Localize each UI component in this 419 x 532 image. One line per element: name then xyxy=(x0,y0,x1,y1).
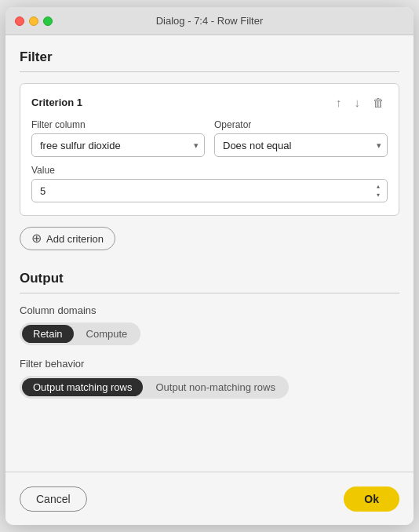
minimize-button[interactable] xyxy=(29,16,38,26)
filter-column-select-wrapper: free sulfur dioxide ▾ xyxy=(31,133,205,157)
output-divider xyxy=(20,293,399,293)
operator-label: Operator xyxy=(214,119,388,130)
filter-column-group: Filter column free sulfur dioxide ▾ xyxy=(31,119,205,157)
criterion-actions: ↑ ↓ 🗑 xyxy=(333,95,388,110)
criterion-header: Criterion 1 ↑ ↓ 🗑 xyxy=(31,95,388,110)
output-section: Output Column domains Retain Compute Fil… xyxy=(20,271,399,411)
main-content: Filter Criterion 1 ↑ ↓ 🗑 Filter column xyxy=(5,35,414,472)
window-title: Dialog - 7:4 - Row Filter xyxy=(156,15,264,27)
filter-column-select[interactable]: free sulfur dioxide xyxy=(31,133,205,157)
operator-select-wrapper: Does not equal ▾ xyxy=(214,133,388,157)
value-spinner: ▴ ▾ xyxy=(372,183,384,199)
criterion-move-up-button[interactable]: ↑ xyxy=(333,95,345,110)
maximize-button[interactable] xyxy=(43,16,53,26)
cancel-button[interactable]: Cancel xyxy=(20,486,87,512)
value-field-group: Value ▴ ▾ xyxy=(31,165,388,202)
filter-section: Filter Criterion 1 ↑ ↓ 🗑 Filter column xyxy=(20,49,399,266)
dialog-footer: Cancel Ok xyxy=(5,472,414,525)
filter-column-label: Filter column xyxy=(31,119,205,130)
traffic-lights xyxy=(15,16,53,26)
filter-behavior-subsection: Filter behavior Output matching rows Out… xyxy=(20,358,399,399)
value-spinner-down-button[interactable]: ▾ xyxy=(372,191,384,199)
filter-behavior-label: Filter behavior xyxy=(20,358,399,370)
compute-option[interactable]: Compute xyxy=(75,325,139,343)
filter-behavior-toggle-group: Output matching rows Output non-matching… xyxy=(20,376,289,399)
value-spinner-up-button[interactable]: ▴ xyxy=(372,183,384,191)
output-nonmatching-option[interactable]: Output non-matching rows xyxy=(144,378,286,396)
criterion-delete-button[interactable]: 🗑 xyxy=(370,95,388,110)
ok-button[interactable]: Ok xyxy=(344,486,399,512)
filter-section-title: Filter xyxy=(20,49,399,65)
close-button[interactable] xyxy=(15,16,24,26)
column-domains-toggle-group: Retain Compute xyxy=(20,322,140,345)
titlebar: Dialog - 7:4 - Row Filter xyxy=(5,7,414,35)
column-domains-subsection: Column domains Retain Compute xyxy=(20,304,399,345)
column-domains-label: Column domains xyxy=(20,304,399,316)
output-matching-option[interactable]: Output matching rows xyxy=(22,378,143,396)
filter-divider xyxy=(20,71,399,72)
criterion-label: Criterion 1 xyxy=(31,97,82,108)
add-criterion-button[interactable]: ⊕ Add criterion xyxy=(20,227,115,250)
filter-column-operator-row: Filter column free sulfur dioxide ▾ Oper… xyxy=(31,119,388,157)
dialog-window: Dialog - 7:4 - Row Filter Filter Criteri… xyxy=(5,7,414,525)
value-input[interactable] xyxy=(31,179,388,202)
value-input-wrapper: ▴ ▾ xyxy=(31,179,388,202)
add-criterion-label: Add criterion xyxy=(46,233,104,245)
retain-option[interactable]: Retain xyxy=(22,325,74,343)
operator-group: Operator Does not equal ▾ xyxy=(214,119,388,157)
add-criterion-icon: ⊕ xyxy=(31,232,42,245)
output-section-title: Output xyxy=(20,271,399,286)
value-label: Value xyxy=(31,165,388,176)
criterion-card: Criterion 1 ↑ ↓ 🗑 Filter column free sul… xyxy=(20,83,399,216)
criterion-move-down-button[interactable]: ↓ xyxy=(352,95,364,110)
operator-select[interactable]: Does not equal xyxy=(214,133,388,157)
